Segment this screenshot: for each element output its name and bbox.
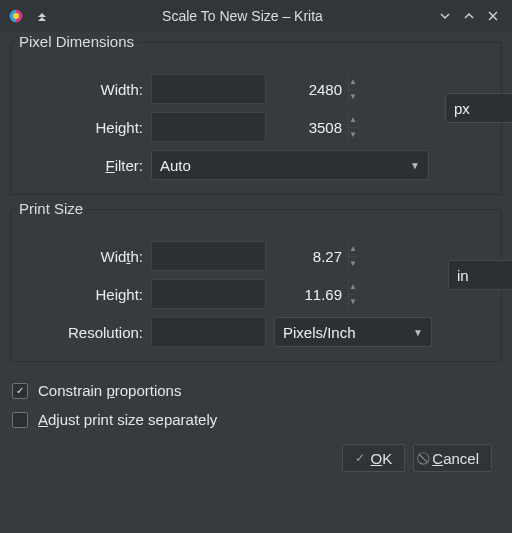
pixel-height-input[interactable] (152, 113, 348, 141)
pixel-height-spinner[interactable]: ▲▼ (151, 112, 266, 142)
app-icon (8, 8, 24, 24)
print-height-spinner[interactable]: ▲▼ (151, 279, 266, 309)
pixel-width-label: Width: (21, 81, 151, 98)
pixel-height-label: Height: (21, 119, 151, 136)
chevron-down-icon: ▼ (410, 160, 420, 171)
filter-value: Auto (160, 157, 191, 174)
print-width-label: Width: (21, 248, 151, 265)
spin-down-icon[interactable]: ▼ (348, 257, 357, 271)
print-unit-value: in (457, 267, 469, 284)
spin-up-icon[interactable]: ▲ (348, 75, 357, 90)
print-size-group: Print Size Width: ▲▼ Height: ▲▼ (10, 209, 502, 362)
resolution-unit-combo[interactable]: Pixels/Inch ▼ (274, 317, 432, 347)
cancel-label: Cancel (432, 450, 479, 467)
spin-up-icon[interactable]: ▲ (348, 280, 357, 295)
print-size-title: Print Size (15, 200, 87, 217)
print-height-input[interactable] (152, 280, 348, 308)
title-bar: Scale To New Size – Krita (0, 0, 512, 32)
spin-down-icon[interactable]: ▼ (348, 90, 357, 104)
pixel-dimensions-title: Pixel Dimensions (15, 33, 138, 50)
resolution-unit-value: Pixels/Inch (283, 324, 356, 341)
svg-point-1 (13, 13, 19, 19)
ok-label: OK (371, 450, 393, 467)
adjust-checkbox[interactable] (12, 412, 28, 428)
print-height-label: Height: (21, 286, 151, 303)
resolution-label: Resolution: (21, 324, 151, 341)
pixel-unit-value: px (454, 100, 470, 117)
chevron-down-icon: ▼ (413, 327, 423, 338)
adjust-print-size-checkbox-row[interactable]: Adjust print size separately (10, 405, 502, 434)
constrain-checkbox[interactable]: ✓ (12, 383, 28, 399)
spin-up-icon[interactable]: ▲ (348, 113, 357, 128)
cancel-button[interactable]: ⃠ Cancel (413, 444, 492, 472)
pixel-width-spinner[interactable]: ▲▼ (151, 74, 266, 104)
adjust-label: Adjust print size separately (38, 411, 217, 428)
filter-label: Filter: (21, 157, 151, 174)
pixel-width-input[interactable] (152, 75, 348, 103)
filter-combo[interactable]: Auto ▼ (151, 150, 429, 180)
maximize-button[interactable] (458, 5, 480, 27)
close-button[interactable] (482, 5, 504, 27)
print-width-input[interactable] (152, 242, 348, 270)
pixel-dimensions-group: Pixel Dimensions Width: ▲▼ Height: ▲▼ (10, 42, 502, 195)
ok-button[interactable]: ✓ OK (342, 444, 406, 472)
resolution-spinner[interactable]: ▲▼ (151, 317, 266, 347)
print-width-spinner[interactable]: ▲▼ (151, 241, 266, 271)
print-unit-combo[interactable]: in ▼ (448, 260, 512, 290)
minimize-button[interactable] (434, 5, 456, 27)
constrain-proportions-checkbox-row[interactable]: ✓ Constrain proportions (10, 376, 502, 405)
pixel-unit-combo[interactable]: px ▼ (445, 93, 512, 123)
titlebar-more-icon[interactable] (31, 5, 53, 27)
spin-down-icon[interactable]: ▼ (348, 128, 357, 142)
check-icon: ✓ (16, 385, 24, 396)
constrain-label: Constrain proportions (38, 382, 181, 399)
window-title: Scale To New Size – Krita (53, 8, 432, 24)
spin-down-icon[interactable]: ▼ (348, 295, 357, 309)
ok-icon: ✓ (355, 451, 365, 465)
spin-up-icon[interactable]: ▲ (348, 242, 357, 257)
